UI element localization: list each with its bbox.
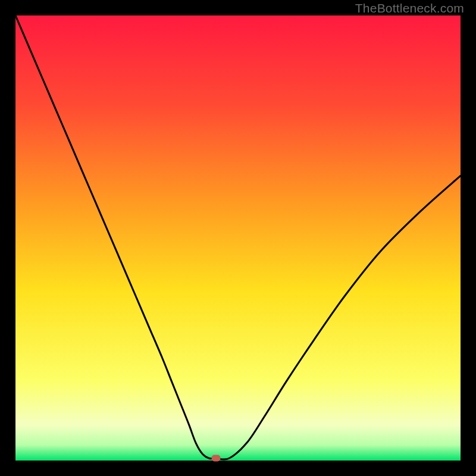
chart-frame: TheBottleneck.com [0,0,476,476]
watermark-text: TheBottleneck.com [355,1,464,15]
bottleneck-curve [15,15,461,461]
optimal-point-marker [211,455,220,462]
